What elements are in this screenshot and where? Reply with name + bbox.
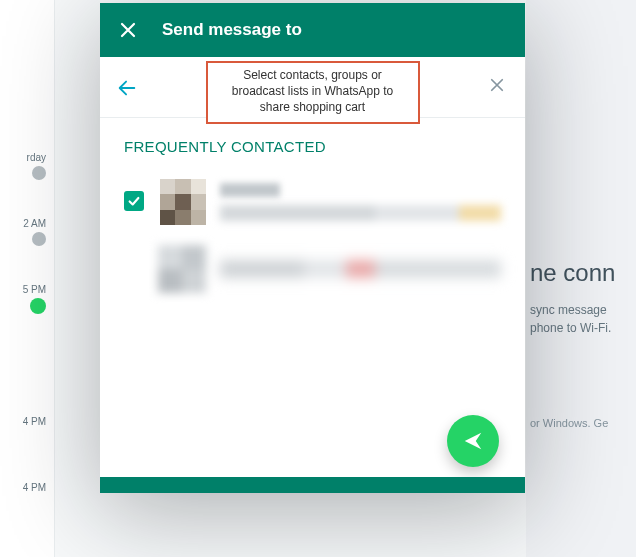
contact-avatar bbox=[158, 245, 206, 293]
contact-name-redacted bbox=[220, 260, 501, 278]
send-button[interactable] bbox=[447, 415, 499, 467]
section-frequently-contacted: FREQUENTLY CONTACTED bbox=[100, 118, 525, 169]
check-icon bbox=[124, 191, 144, 211]
modal-footer-bar bbox=[100, 477, 525, 493]
contact-avatar bbox=[160, 179, 206, 225]
callout-row: Select contacts, groups or broadcast lis… bbox=[100, 57, 525, 117]
modal-header: Send message to bbox=[100, 3, 525, 57]
close-icon[interactable] bbox=[118, 20, 138, 40]
bg-time: 2 AM bbox=[23, 218, 46, 246]
bg-right-hint: or Windows. Ge bbox=[530, 417, 636, 429]
callout-text: Select contacts, groups or broadcast lis… bbox=[232, 68, 393, 114]
bg-time: 4 PM bbox=[23, 416, 46, 427]
bg-time: 5 PM bbox=[23, 284, 46, 314]
bg-time: rday bbox=[27, 152, 46, 180]
bg-time: 4 PM bbox=[23, 482, 46, 493]
back-arrow-icon[interactable] bbox=[116, 77, 138, 99]
background-right-panel: ne conn sync message phone to Wi-Fi. or … bbox=[526, 0, 636, 557]
modal-title: Send message to bbox=[162, 20, 302, 40]
bg-right-sub: sync message phone to Wi-Fi. bbox=[530, 301, 636, 337]
bg-right-title: ne conn bbox=[530, 259, 636, 287]
send-message-modal: Send message to Select contacts, groups … bbox=[100, 3, 525, 493]
contact-row[interactable] bbox=[100, 235, 525, 303]
contact-lines bbox=[220, 183, 501, 221]
contact-lines bbox=[220, 260, 501, 278]
background-sidebar-left: rday 2 AM 5 PM 4 PM 4 PM bbox=[0, 0, 55, 557]
contact-row[interactable] bbox=[100, 169, 525, 235]
callout-close-icon[interactable] bbox=[489, 77, 505, 93]
send-icon bbox=[462, 430, 484, 452]
contact-name-redacted bbox=[220, 183, 280, 197]
contact-checkbox[interactable] bbox=[124, 191, 146, 213]
instruction-callout: Select contacts, groups or broadcast lis… bbox=[206, 61, 420, 124]
contact-status-redacted bbox=[220, 205, 501, 221]
